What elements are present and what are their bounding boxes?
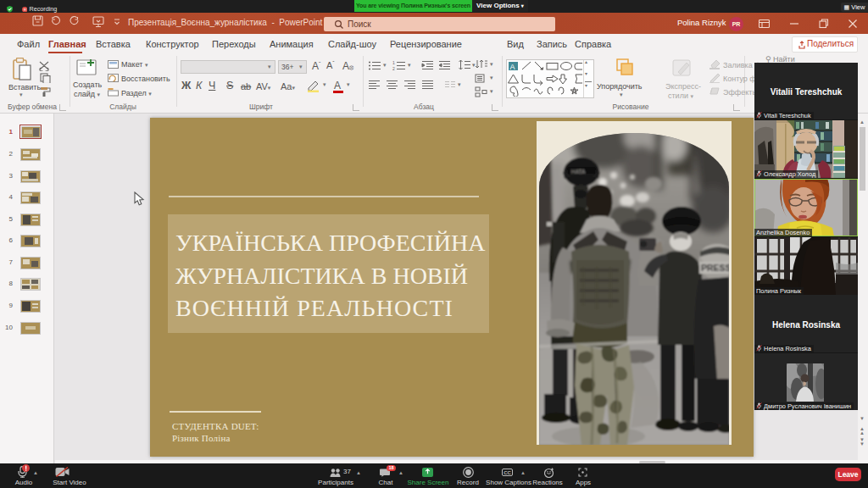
svg-text:HATA: HATA	[571, 169, 586, 175]
svg-text:2: 2	[392, 66, 395, 71]
svg-text:A: A	[510, 63, 515, 71]
svg-text:1: 1	[392, 60, 395, 65]
svg-text:PRESS: PRESS	[701, 263, 729, 273]
